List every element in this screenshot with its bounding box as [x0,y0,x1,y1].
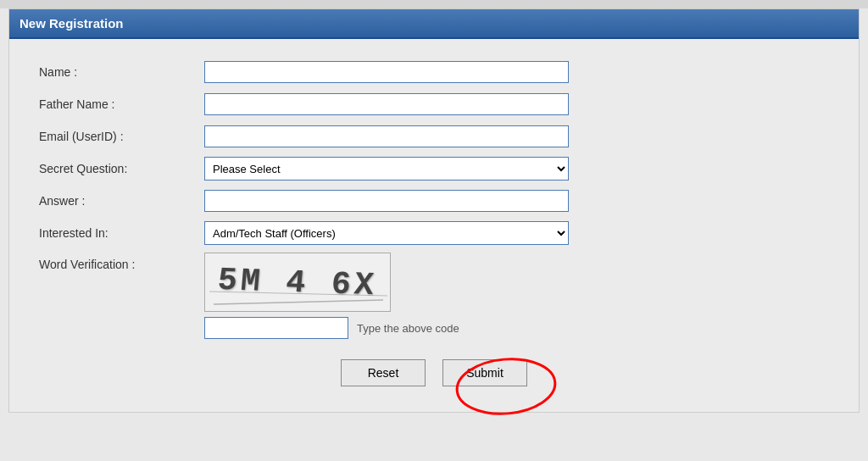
panel-title: New Registration [19,16,124,31]
name-input[interactable] [204,61,569,83]
secret-question-label: Secret Question: [35,153,204,185]
panel-header: New Registration [9,9,859,39]
answer-input-cell [204,185,833,217]
interested-in-label: Interested In: [35,217,204,249]
father-name-row: Father Name : [35,88,833,120]
answer-label: Answer : [35,185,204,217]
captcha-text: 5M 4 6X [216,261,378,303]
secret-question-select-cell: Please Select What is your pet name? Wha… [204,153,833,185]
secret-question-row: Secret Question: Please Select What is y… [35,153,833,185]
word-verification-label: Word Verification : [35,249,204,342]
name-input-cell [204,56,833,88]
father-name-input-cell [204,88,833,120]
panel-body: Name : Father Name : Email (UserID) : [9,39,859,412]
name-label: Name : [35,56,204,88]
interested-in-select-cell: Adm/Tech Staff (Officers) Teaching Staff… [204,217,833,249]
registration-panel: New Registration Name : Father Name : [8,8,860,413]
captcha-hint: Type the above code [357,322,459,335]
name-row: Name : [35,56,833,88]
submit-wrapper: Submit [442,359,527,386]
reset-button[interactable]: Reset [341,359,426,386]
captcha-input-row: Type the above code [204,317,833,339]
form-table: Name : Father Name : Email (UserID) : [35,56,833,342]
email-input-cell [204,120,833,153]
interested-in-row: Interested In: Adm/Tech Staff (Officers)… [35,217,833,249]
answer-input[interactable] [204,190,569,212]
word-verification-cell: 5M 4 6X Type the above code [204,249,833,342]
email-label: Email (UserID) : [35,120,204,153]
secret-question-select[interactable]: Please Select What is your pet name? Wha… [204,157,569,181]
father-name-label: Father Name : [35,88,204,120]
email-row: Email (UserID) : [35,120,833,153]
father-name-input[interactable] [204,93,569,115]
submit-button[interactable]: Submit [442,359,527,386]
answer-row: Answer : [35,185,833,217]
captcha-image: 5M 4 6X [204,253,391,312]
page-container: New Registration Name : Father Name : [0,8,868,461]
word-verification-row: Word Verification : 5M 4 6X Type the abo… [35,249,833,342]
email-input[interactable] [204,125,569,147]
interested-in-select[interactable]: Adm/Tech Staff (Officers) Teaching Staff… [204,221,569,245]
buttons-row: Reset Submit [35,359,833,386]
captcha-input[interactable] [204,317,348,339]
